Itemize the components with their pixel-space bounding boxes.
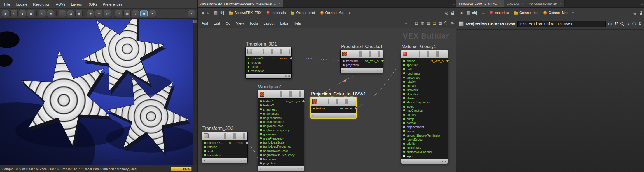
snapshot-icon[interactable]: ▣ (75, 10, 83, 17)
node-input-row-filmwidth[interactable]: filmwidth (401, 88, 448, 92)
node-input-row-rotationor[interactable]: rotationOr...NT_TRANS... (202, 141, 247, 145)
input-port-icon[interactable] (204, 146, 206, 148)
node-input-row-anisotropy[interactable]: anisotropy (401, 75, 448, 80)
input-port-icon[interactable] (260, 125, 262, 127)
input-port-icon[interactable] (260, 158, 262, 160)
node-input-row-angularnoisescale[interactable]: angularNoiseScale (258, 149, 304, 153)
node-input-row-transform[interactable]: transformNT_TEX_C... (341, 59, 383, 63)
tab-take-list[interactable]: Take List× (504, 0, 526, 7)
menu-item-resolution[interactable]: Resolution (31, 1, 53, 7)
input-port-icon[interactable] (260, 150, 262, 152)
node-input-row-diffuse[interactable]: diffuseNT_MAT_G... (401, 59, 448, 63)
chevron-down-icon[interactable]: ▾ (348, 11, 352, 15)
ring-icon[interactable]: ◎ (104, 10, 111, 17)
menu-item-layers[interactable]: Layers (68, 1, 84, 7)
input-port-icon[interactable] (403, 130, 405, 132)
node-input-row-spread[interactable]: spread (401, 84, 448, 88)
node-input-row-trunknoisescale[interactable]: trunkNoiseScale (258, 140, 304, 145)
breadcrumb-item-screwsfbx-fbx[interactable]: ScrewsFBX_FBX (227, 10, 264, 16)
input-port-icon[interactable] (248, 66, 249, 68)
input-port-icon[interactable] (260, 129, 262, 131)
node-input-row-specular[interactable]: specular (401, 63, 448, 67)
play-icon[interactable]: ▶ (2, 10, 9, 17)
stop-icon[interactable]: ▮ (19, 10, 26, 17)
input-port-icon[interactable] (403, 118, 405, 120)
input-port-icon[interactable] (403, 85, 405, 87)
contrast-icon[interactable]: ◐ (59, 10, 66, 17)
wire-transform3d1-to-proceduralchecks1[interactable] (291, 58, 340, 60)
input-port-icon[interactable] (260, 146, 262, 148)
close-icon[interactable]: × (499, 2, 501, 5)
chevron-down-icon[interactable]: ▾ (571, 11, 575, 15)
input-port-icon[interactable] (403, 138, 405, 140)
node-input-row-trunknoisefrequency[interactable]: trunkNoiseFrequency (258, 145, 304, 149)
node-input-row-customaovchannel[interactable]: customAovChannel (401, 150, 448, 154)
node-input-row-ringnoisefrequency[interactable]: ringNoiseFrequency (258, 128, 304, 132)
input-port-icon[interactable] (403, 64, 405, 66)
node-input-row-filmindex[interactable]: filmindex (401, 92, 448, 96)
vop-node-transform-3d1[interactable]: Transform_3D1rotationOr...NT_TRANS...rot… (245, 47, 292, 79)
node-output-port[interactable] (381, 59, 384, 62)
pin-icon[interactable]: ◎ (445, 11, 448, 15)
lock-icon[interactable] (639, 22, 642, 26)
menu-item-go[interactable]: Go (223, 20, 233, 26)
input-port-icon[interactable] (260, 108, 262, 110)
input-port-icon[interactable] (403, 147, 405, 149)
node-input-row-rotation[interactable]: rotation (246, 61, 291, 65)
vop-node-transform-3d2[interactable]: Transform_3D2rotationOr...NT_TRANS...rot… (202, 132, 248, 163)
sun-icon[interactable]: ☀ (87, 10, 94, 17)
breadcrumb-item-octane-mat[interactable]: Octane_mat (288, 10, 317, 16)
node-menu-icon[interactable]: ≡ (445, 160, 446, 163)
menu-item-tools[interactable]: Tools (247, 20, 261, 26)
close-icon[interactable]: × (278, 2, 280, 5)
node-menu-icon[interactable]: ≡ (350, 114, 351, 117)
notes-icon[interactable]: ▤ (433, 22, 436, 25)
input-port-icon[interactable] (248, 58, 249, 59)
node-input-row-rotation[interactable]: rotation (401, 80, 448, 84)
input-port-icon[interactable] (403, 155, 405, 157)
node-input-row-rotationor[interactable]: rotationOr...NT_TRANS... (246, 56, 291, 61)
houdini-help-icon[interactable]: H (614, 22, 618, 27)
grid-large-icon[interactable]: ▦ (427, 22, 430, 25)
viewport-scroll-handle[interactable] (193, 20, 197, 23)
input-port-icon[interactable] (403, 89, 405, 91)
input-port-icon[interactable] (403, 151, 405, 153)
network-tab[interactable]: /obj/ScrewsFBX_FBX/materials/Octane_mat/… (198, 0, 283, 7)
close-icon[interactable]: × (521, 2, 523, 5)
input-port-icon[interactable] (403, 81, 405, 83)
node-input-row-projection[interactable]: projection (258, 161, 304, 165)
breadcrumb-item-obj[interactable]: obj (465, 10, 479, 16)
menu-item-labs[interactable]: Labs (277, 20, 291, 26)
power-icon[interactable]: ◉ (47, 10, 54, 17)
pane-menu-icon[interactable]: ≡ (641, 2, 643, 6)
node-menu-icon[interactable]: ≡ (441, 160, 443, 163)
grid-icon[interactable]: ▦ (123, 10, 131, 17)
node-input-row-displacement[interactable]: displacement (401, 125, 448, 129)
refresh-icon[interactable]: ↺ (39, 10, 46, 17)
node-input-row-brdf[interactable]: brdf (401, 67, 448, 71)
node-menu-icon[interactable]: ≡ (301, 167, 302, 170)
input-port-icon[interactable] (403, 134, 405, 136)
menu-item-rops[interactable]: ROPs (85, 1, 100, 7)
input-port-icon[interactable] (403, 97, 405, 99)
vop-node-procedural-checks1[interactable]: Procedural_Checks1transformNT_TEX_C...pr… (340, 50, 383, 73)
loop-icon[interactable]: ↻ (10, 10, 18, 17)
menu-item-preferences[interactable]: Preferences (100, 1, 125, 7)
node-input-row-grainfrequency[interactable]: grainFrequency (258, 136, 304, 140)
tab-projection-color-to-uvw1[interactable]: Projection_Color_to_UVW1× (456, 0, 504, 7)
input-port-icon[interactable] (403, 68, 405, 70)
grid-small-icon[interactable]: ▤ (415, 22, 418, 25)
input-port-icon[interactable] (403, 114, 405, 116)
node-input-row-customaov[interactable]: customAov (401, 146, 448, 150)
input-port-icon[interactable] (403, 126, 405, 128)
input-port-icon[interactable] (403, 122, 405, 124)
back-icon[interactable]: ◀ (200, 10, 205, 15)
input-port-icon[interactable] (204, 154, 206, 156)
input-port-icon[interactable] (403, 72, 405, 74)
input-port-icon[interactable] (403, 77, 405, 78)
input-port-icon[interactable] (343, 60, 345, 62)
node-input-row-rotation[interactable]: rotation (202, 145, 247, 149)
node-input-row-texture1[interactable]: texture1NT_TEX_W... (258, 99, 304, 103)
node-input-row-scale[interactable]: scale (246, 65, 291, 69)
node-flag-icon[interactable]: ▪ (403, 160, 404, 163)
